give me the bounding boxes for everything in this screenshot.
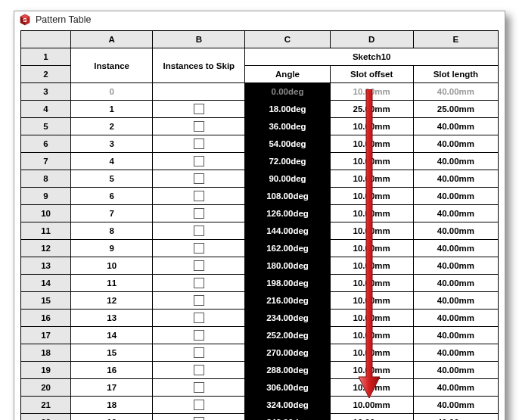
skip-cell[interactable] [153,188,245,205]
column-letter[interactable]: D [330,31,413,48]
angle-cell[interactable]: 252.00deg [245,327,330,344]
slot-length-cell[interactable]: 40.00mm [413,222,498,240]
slot-length-cell[interactable]: 40.00mm [413,205,498,222]
checkbox-icon[interactable] [194,104,204,114]
checkbox-icon[interactable] [194,208,204,219]
instance-cell[interactable]: 7 [71,205,153,222]
skip-cell[interactable] [153,275,245,292]
angle-cell[interactable]: 216.00deg [245,292,330,310]
angle-cell[interactable]: 324.00deg [245,397,330,414]
row-number[interactable]: 8 [21,170,71,188]
skip-cell[interactable] [153,362,245,379]
row-number[interactable]: 21 [21,397,71,414]
row-number[interactable]: 15 [21,292,71,310]
slot-length-cell[interactable]: 40.00mm [413,257,498,275]
slot-offset-cell[interactable]: 10.00mm [330,275,413,292]
slot-offset-cell[interactable]: 10.00mm [330,240,413,257]
angle-cell[interactable]: 54.00deg [245,135,330,153]
column-letter[interactable]: A [71,31,153,48]
row-number[interactable]: 5 [21,118,71,135]
checkbox-icon[interactable] [194,156,204,166]
checkbox-icon[interactable] [194,347,204,358]
instance-cell[interactable]: 15 [71,344,153,362]
slot-length-cell[interactable]: 40.00mm [413,362,498,379]
instance-cell[interactable]: 5 [71,170,153,188]
checkbox-icon[interactable] [194,278,204,288]
row-number[interactable]: 9 [21,188,71,205]
skip-cell[interactable] [153,170,245,188]
angle-cell[interactable]: 0.00deg [245,83,330,101]
angle-cell[interactable]: 18.00deg [245,101,330,118]
slot-length-cell[interactable]: 40.00mm [413,170,498,188]
skip-cell[interactable] [153,310,245,327]
slot-offset-cell[interactable]: 10.00mm [330,222,413,240]
row-number[interactable]: 22 [21,414,71,421]
checkbox-icon[interactable] [194,330,204,341]
column-letter[interactable]: B [153,31,245,48]
instance-cell[interactable]: 13 [71,310,153,327]
instance-cell[interactable]: 18 [71,397,153,414]
slot-offset-cell[interactable]: 10.00mm [330,83,413,101]
angle-cell[interactable]: 306.00deg [245,379,330,397]
slot-length-cell[interactable]: 40.00mm [413,344,498,362]
slot-length-cell[interactable]: 40.00mm [413,83,498,101]
slot-offset-cell[interactable]: 10.00mm [330,118,413,135]
slot-offset-cell[interactable]: 10.00mm [330,362,413,379]
angle-cell[interactable]: 72.00deg [245,153,330,170]
row-number[interactable]: 12 [21,240,71,257]
instance-cell[interactable]: 1 [71,101,153,118]
row-number[interactable]: 18 [21,344,71,362]
row-number[interactable]: 4 [21,101,71,118]
checkbox-icon[interactable] [194,365,204,375]
checkbox-icon[interactable] [194,243,204,254]
row-number[interactable]: 3 [21,83,71,101]
slot-length-cell[interactable]: 40.00mm [413,379,498,397]
instance-cell[interactable]: 2 [71,118,153,135]
skip-cell[interactable] [153,118,245,135]
skip-cell[interactable] [153,240,245,257]
row-number[interactable]: 19 [21,362,71,379]
skip-cell[interactable] [153,222,245,240]
slot-offset-cell[interactable]: 10.00mm [330,344,413,362]
row-number[interactable]: 13 [21,257,71,275]
angle-cell[interactable]: 108.00deg [245,188,330,205]
angle-cell[interactable]: 342.00deg [245,414,330,421]
angle-cell[interactable]: 234.00deg [245,310,330,327]
row-number[interactable]: 17 [21,327,71,344]
instance-cell[interactable]: 19 [71,414,153,421]
slot-offset-cell[interactable]: 10.00mm [330,379,413,397]
skip-cell[interactable] [153,344,245,362]
slot-offset-cell[interactable]: 25.00mm [330,101,413,118]
slot-length-cell[interactable]: 40.00mm [413,292,498,310]
checkbox-icon[interactable] [194,173,204,184]
checkbox-icon[interactable] [194,295,204,306]
skip-cell[interactable] [153,153,245,170]
slot-length-cell[interactable]: 40.00mm [413,135,498,153]
angle-cell[interactable]: 180.00deg [245,257,330,275]
slot-length-cell[interactable]: 40.00mm [413,240,498,257]
angle-cell[interactable]: 270.00deg [245,344,330,362]
row-number[interactable]: 1 [21,48,71,66]
skip-cell[interactable] [153,135,245,153]
skip-cell[interactable] [153,327,245,344]
row-number[interactable]: 6 [21,135,71,153]
instance-cell[interactable]: 17 [71,379,153,397]
slot-offset-cell[interactable]: 10.00mm [330,170,413,188]
instance-cell[interactable]: 0 [71,83,153,101]
angle-cell[interactable]: 198.00deg [245,275,330,292]
slot-offset-cell[interactable]: 10.00mm [330,153,413,170]
instance-cell[interactable]: 12 [71,292,153,310]
instance-cell[interactable]: 8 [71,222,153,240]
row-number[interactable]: 10 [21,205,71,222]
row-number[interactable]: 20 [21,379,71,397]
slot-length-cell[interactable]: 25.00mm [413,101,498,118]
row-number[interactable]: 7 [21,153,71,170]
checkbox-icon[interactable] [194,138,204,149]
instance-cell[interactable]: 10 [71,257,153,275]
row-number[interactable]: 11 [21,222,71,240]
skip-cell[interactable] [153,101,245,118]
skip-cell[interactable] [153,205,245,222]
angle-cell[interactable]: 36.00deg [245,118,330,135]
slot-length-cell[interactable]: 40.00mm [413,188,498,205]
checkbox-icon[interactable] [194,400,204,410]
